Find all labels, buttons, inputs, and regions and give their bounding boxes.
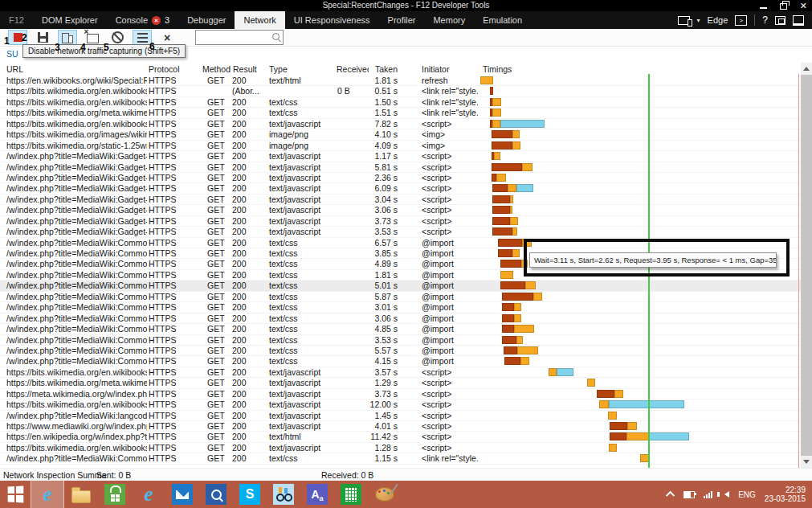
dock-icon[interactable] bbox=[793, 15, 804, 26]
network-request-row[interactable]: /w/index.php?title=MediaWiki:Common.cs..… bbox=[0, 324, 801, 334]
search-input[interactable] bbox=[198, 31, 271, 43]
timing-bar[interactable] bbox=[502, 293, 542, 301]
timing-bar[interactable] bbox=[500, 281, 536, 289]
timing-bar[interactable] bbox=[492, 217, 518, 225]
network-request-row[interactable]: /w/index.php?title=MediaWiki:Gadget-UT..… bbox=[0, 205, 801, 215]
timing-bar[interactable] bbox=[492, 174, 506, 182]
column-header-initiator[interactable]: Initiator bbox=[422, 64, 479, 74]
language-indicator[interactable]: ENG bbox=[738, 490, 756, 499]
scroll-up-arrow[interactable] bbox=[801, 63, 812, 75]
always-refresh-button[interactable] bbox=[58, 30, 77, 45]
network-request-row[interactable]: https://bits.wikimedia.org/en.wikibooks.… bbox=[0, 443, 801, 453]
taskbar-button-network-monitor[interactable] bbox=[267, 481, 300, 508]
minimize-icon[interactable] bbox=[760, 7, 767, 9]
taskbar-button-language-translator[interactable]: Aa bbox=[300, 481, 334, 508]
timing-bar[interactable] bbox=[492, 130, 520, 138]
timing-bar[interactable] bbox=[549, 368, 573, 376]
column-header-method[interactable]: Method bbox=[202, 64, 235, 74]
timing-bar[interactable] bbox=[490, 120, 545, 128]
column-header-type[interactable]: Type bbox=[269, 64, 335, 74]
network-request-row[interactable]: https://bits.wikimedia.org/meta.wikimedi… bbox=[0, 378, 801, 388]
timing-bar[interactable] bbox=[610, 422, 637, 430]
tab-ui-responsiveness[interactable]: UI Responsiveness bbox=[285, 11, 379, 29]
network-request-row[interactable]: https://bits.wikimedia.org/static-1.25wm… bbox=[0, 141, 801, 151]
timing-bar[interactable] bbox=[490, 87, 493, 95]
network-request-row[interactable]: https://bits.wikimedia.org/en.wikibooks.… bbox=[0, 399, 801, 410]
tab-dom-explorer[interactable]: DOM Explorer bbox=[33, 11, 107, 29]
column-header-taken[interactable]: Taken bbox=[361, 64, 398, 74]
tab-profiler[interactable]: Profiler bbox=[379, 11, 425, 29]
network-request-row[interactable]: /w/index.php?title=MediaWiki:Common.cs..… bbox=[0, 453, 801, 464]
timing-bar[interactable] bbox=[492, 227, 517, 236]
timing-bar[interactable] bbox=[609, 444, 617, 452]
network-request-row[interactable]: https://bits.wikimedia.org/images/wikime… bbox=[0, 129, 801, 140]
network-request-row[interactable]: /w/index.php?title=MediaWiki:Gadget-tool… bbox=[0, 227, 801, 237]
chevron-down-icon[interactable]: ▾ bbox=[697, 17, 700, 24]
tab-memory[interactable]: Memory bbox=[424, 11, 474, 29]
network-request-row[interactable]: /w/index.php?title=MediaWiki:Gadget-nav.… bbox=[0, 183, 801, 194]
timing-bar[interactable] bbox=[599, 400, 684, 408]
vertical-scrollbar[interactable] bbox=[801, 63, 812, 468]
timing-bar[interactable] bbox=[502, 303, 521, 311]
timing-bar[interactable] bbox=[608, 412, 617, 420]
taskbar-button-internet-explorer-desktop[interactable]: e bbox=[132, 481, 165, 508]
timing-bar[interactable] bbox=[492, 206, 512, 214]
timing-bar[interactable] bbox=[498, 249, 520, 257]
network-request-row[interactable]: /w/index.php?title=MediaWiki:Common.cs..… bbox=[0, 292, 801, 302]
network-request-row[interactable]: /w/index.php?title=MediaWiki:Gadget-side… bbox=[0, 162, 801, 173]
network-request-row[interactable]: /w/index.php?title=MediaWiki:Common.cs..… bbox=[0, 302, 801, 313]
volume-icon[interactable] bbox=[724, 491, 729, 498]
timing-bar[interactable] bbox=[480, 76, 493, 84]
summary-partial-label[interactable]: SU bbox=[6, 49, 18, 59]
scroll-down-arrow[interactable] bbox=[801, 456, 812, 468]
network-request-row[interactable]: https://en.wikipedia.org/w/index.php?tit… bbox=[0, 432, 801, 442]
network-request-row[interactable]: /w/index.php?title=MediaWiki:Common.cs..… bbox=[0, 313, 801, 324]
network-request-row[interactable]: https://bits.wikimedia.org/en.wikibooks.… bbox=[0, 86, 801, 96]
network-request-row[interactable]: /w/index.php?title=MediaWiki:Common.cs..… bbox=[0, 281, 801, 291]
restore-icon[interactable] bbox=[780, 3, 787, 10]
taskbar-button-skype[interactable]: S bbox=[233, 481, 267, 508]
timing-bar[interactable] bbox=[597, 390, 623, 398]
network-request-row[interactable]: /w/index.php?title=MediaWiki:Gadget-JSL.… bbox=[0, 173, 801, 183]
tab-console[interactable]: Console×3 bbox=[107, 11, 178, 29]
close-icon[interactable]: ✕ bbox=[800, 0, 807, 11]
network-request-row[interactable]: /w/index.php?title=MediaWiki:Common.cs..… bbox=[0, 346, 801, 356]
taskbar-button-search-app[interactable] bbox=[199, 481, 233, 508]
timing-bar[interactable] bbox=[490, 109, 501, 117]
tab-debugger[interactable]: Debugger bbox=[178, 11, 235, 29]
network-request-row[interactable]: /w/index.php?title=MediaWiki:Gadget-wik.… bbox=[0, 216, 801, 227]
column-header-url[interactable]: URL bbox=[6, 64, 147, 74]
battery-icon[interactable] bbox=[683, 491, 695, 498]
timing-bar[interactable] bbox=[492, 184, 533, 192]
network-request-row[interactable]: https://meta.wikimedia.org/w/index.php?t… bbox=[0, 389, 801, 399]
timing-bar[interactable] bbox=[502, 336, 523, 344]
timing-bar[interactable] bbox=[500, 271, 513, 279]
clear-cache-button[interactable] bbox=[108, 30, 127, 45]
timing-bar[interactable] bbox=[492, 195, 513, 203]
taskbar-button-mail[interactable] bbox=[165, 481, 199, 508]
timing-bar[interactable] bbox=[492, 152, 500, 160]
help-icon[interactable]: ? bbox=[762, 14, 768, 26]
timing-bar[interactable] bbox=[587, 379, 595, 387]
export-har-button[interactable] bbox=[33, 30, 52, 45]
taskbar-button-file-explorer[interactable] bbox=[64, 481, 98, 508]
target-name-label[interactable]: Edge bbox=[708, 15, 728, 25]
timing-bar[interactable] bbox=[504, 357, 529, 365]
network-request-row[interactable]: https://en.wikibooks.org/wiki/Special:Re… bbox=[0, 76, 801, 86]
network-request-row[interactable]: /w/index.php?title=MediaWiki:Gadget-com.… bbox=[0, 195, 801, 205]
taskbar-button-windows-store[interactable] bbox=[98, 481, 132, 508]
taskbar-button-start[interactable] bbox=[0, 481, 31, 508]
clear-entries-button[interactable]: × bbox=[157, 30, 177, 45]
unpin-icon[interactable] bbox=[775, 16, 785, 25]
clock[interactable]: 22:39 23-03-2015 bbox=[765, 485, 806, 504]
timing-bar[interactable] bbox=[492, 163, 532, 171]
taskbar-button-paint[interactable] bbox=[368, 481, 402, 508]
column-header-result[interactable]: Result bbox=[233, 64, 267, 74]
network-request-row[interactable]: https://bits.wikimedia.org/en.wikibooks.… bbox=[0, 97, 801, 108]
network-request-row[interactable]: /w/index.php?title=MediaWiki:Common.cs..… bbox=[0, 335, 801, 346]
network-request-row[interactable]: https://bits.wikimedia.org/meta.wikimedi… bbox=[0, 108, 801, 118]
console-launch-icon[interactable]: > bbox=[735, 15, 747, 26]
taskbar-button-calculator[interactable] bbox=[334, 481, 368, 508]
column-header-protocol[interactable]: Protocol bbox=[149, 64, 198, 74]
timing-bar[interactable] bbox=[490, 98, 501, 106]
